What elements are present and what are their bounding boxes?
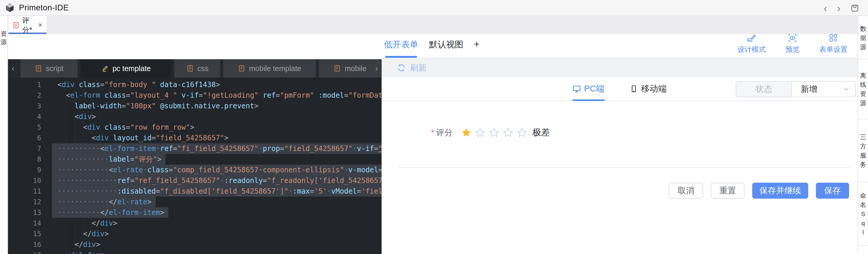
code-line-5[interactable]: 5 <div class="row form_row"> — [8, 122, 381, 133]
line-number: 3 — [8, 101, 41, 111]
titlebar-controls: ‹ › — [824, 0, 859, 16]
document-tabstrip: 评分* ✕ — [8, 16, 858, 34]
editor-tab-mobile[interactable]: mobile — [319, 59, 381, 77]
star-empty-icon[interactable] — [503, 128, 513, 138]
vertical-char: 资 — [1, 30, 7, 38]
code-line-8[interactable]: 8············label="评分"> — [8, 154, 381, 165]
forward-icon[interactable]: › — [837, 3, 840, 13]
code-line-13[interactable]: 13··········</el-form-item> — [8, 207, 381, 218]
star-empty-icon[interactable] — [475, 128, 485, 138]
code-line-17[interactable]: 17 </el-form — [8, 250, 381, 254]
vertical-char: 命 — [860, 191, 866, 200]
star-filled-icon[interactable] — [461, 128, 471, 138]
editor-tab-script[interactable]: script — [21, 59, 78, 77]
tab-mobile[interactable]: 移动端 — [630, 77, 667, 100]
code-text: </el-form — [52, 250, 104, 254]
vertical-char: 据 — [860, 33, 866, 42]
code-text: ··········</el-form-item> — [52, 207, 168, 218]
code-line-12[interactable]: 12············</el-rate> — [8, 197, 381, 207]
view-tab-underline — [385, 56, 417, 58]
line-number: 9 — [8, 165, 41, 175]
save-button[interactable]: 保存 — [816, 183, 849, 199]
line-number: 5 — [8, 122, 41, 133]
form-design-panel: 低开表单 默认视图 + 设计模式 — [381, 34, 858, 254]
doc-tab-rating[interactable]: 评分* ✕ — [8, 16, 46, 34]
star-empty-icon[interactable] — [517, 128, 527, 138]
status-select[interactable]: 状态 新增 — [736, 81, 856, 97]
left-rail-item-resources[interactable]: 资源 — [0, 30, 7, 46]
close-icon[interactable]: ✕ — [38, 22, 43, 28]
app-title: Primeton-IDE — [19, 3, 69, 12]
refresh-icon[interactable] — [397, 63, 406, 72]
form-settings-icon — [829, 33, 838, 43]
device-row: PC端 移动端 状态 新增 — [381, 77, 858, 101]
form-divider — [399, 167, 850, 168]
tab-lowcode-form[interactable]: 低开表单 — [384, 39, 418, 58]
code-text: ············label="评分"> — [52, 154, 165, 165]
code-line-16[interactable]: 16 </div> — [8, 239, 381, 250]
tab-scroll-left-icon[interactable]: ‹ — [8, 59, 18, 77]
code-text: <div> — [52, 111, 96, 122]
save-and-continue-button[interactable]: 保存并继续 — [752, 183, 808, 199]
code-line-1[interactable]: 1<div class="form-body " data-c16f1438> — [8, 80, 381, 90]
line-number: 8 — [8, 154, 41, 165]
right-rail-item-0[interactable]: 数据源 — [858, 17, 868, 60]
editor-tab-mobile-template[interactable]: mobile template — [223, 59, 316, 77]
reset-button[interactable]: 重置 — [711, 183, 745, 199]
code-line-2[interactable]: 2 <el-form class="layout_4 " v-if="!getL… — [8, 90, 381, 101]
line-number: 2 — [8, 90, 41, 101]
back-icon[interactable]: ‹ — [824, 3, 827, 13]
editor-tabrow: ‹ scriptpc templatecssmobile templatemob… — [8, 59, 381, 77]
code-text: <el-form class="layout_4 " v-if="!getLoa… — [52, 90, 381, 101]
vertical-char: 源 — [860, 98, 866, 107]
line-number: 15 — [8, 228, 41, 239]
preview-button[interactable]: 预览 — [785, 33, 800, 54]
code-line-10[interactable]: 10··············ref="ref_field_54258657"… — [8, 175, 381, 186]
code-line-6[interactable]: 6 <div layout_id="field_54258657"> — [8, 133, 381, 143]
line-number: 4 — [8, 111, 41, 122]
required-mark: * — [431, 128, 434, 137]
design-mode-button[interactable]: 设计模式 — [738, 33, 766, 54]
code-line-3[interactable]: 3 label-width="100px" @submit.native.pre… — [8, 101, 381, 111]
vertical-char: 名 — [860, 200, 866, 209]
status-value-text: 新增 — [801, 84, 817, 95]
panel-actions: 设计模式 预览 表单设置 — [738, 33, 847, 58]
code-area[interactable]: 1<div class="form-body " data-c16f1438>2… — [8, 77, 381, 254]
document-icon — [12, 22, 20, 29]
cancel-button[interactable]: 取消 — [669, 183, 703, 199]
right-rail-item-3[interactable]: 命名Sql — [858, 182, 868, 246]
rating-text: 极差 — [532, 126, 550, 138]
status-select-value[interactable]: 新增 — [792, 82, 855, 96]
file-icon — [238, 65, 245, 72]
code-line-14[interactable]: 14 </div> — [8, 218, 381, 228]
view-tabrow: 低开表单 默认视图 + 设计模式 — [381, 34, 858, 58]
preview-label: 预览 — [785, 45, 800, 54]
save-icon[interactable] — [850, 4, 859, 12]
code-line-9[interactable]: 9············<el-rate·class="comp_field_… — [8, 165, 381, 175]
vertical-char: 服 — [860, 151, 866, 160]
code-line-4[interactable]: 4 <div> — [8, 111, 381, 122]
refresh-toolbar: 刷新 — [381, 58, 858, 77]
tab-pc[interactable]: PC端 — [572, 77, 604, 100]
code-line-11[interactable]: 11··············:disabled="f_disabled['f… — [8, 186, 381, 197]
editor-tab-css[interactable]: css — [174, 59, 220, 77]
code-line-7[interactable]: 7··········<el-form-item·ref="fi_field_5… — [8, 143, 381, 154]
right-rail-item-1[interactable]: 离线资源 — [858, 60, 868, 119]
code-line-15[interactable]: 15 </div> — [8, 228, 381, 239]
editor-tab-pc-template[interactable]: pc template — [81, 59, 172, 77]
star-empty-icon[interactable] — [489, 128, 499, 138]
rating-field-label: *评分 — [381, 127, 453, 138]
file-icon — [35, 65, 42, 72]
line-number: 12 — [8, 197, 41, 207]
right-rail-item-2[interactable]: 三方服务 — [858, 119, 868, 182]
refresh-label[interactable]: 刷新 — [410, 62, 427, 73]
rating-field-row: *评分 极差 — [381, 126, 550, 138]
add-view-button[interactable]: + — [474, 39, 479, 58]
editor-tab-label: pc template — [113, 64, 151, 73]
vertical-char: q — [862, 219, 865, 228]
tab-default-view[interactable]: 默认视图 — [429, 39, 463, 58]
vertical-char: 务 — [860, 160, 866, 169]
tab-scroll-right-icon[interactable]: › — [372, 59, 381, 77]
form-settings-button[interactable]: 表单设置 — [819, 33, 847, 54]
line-number: 14 — [8, 218, 41, 228]
